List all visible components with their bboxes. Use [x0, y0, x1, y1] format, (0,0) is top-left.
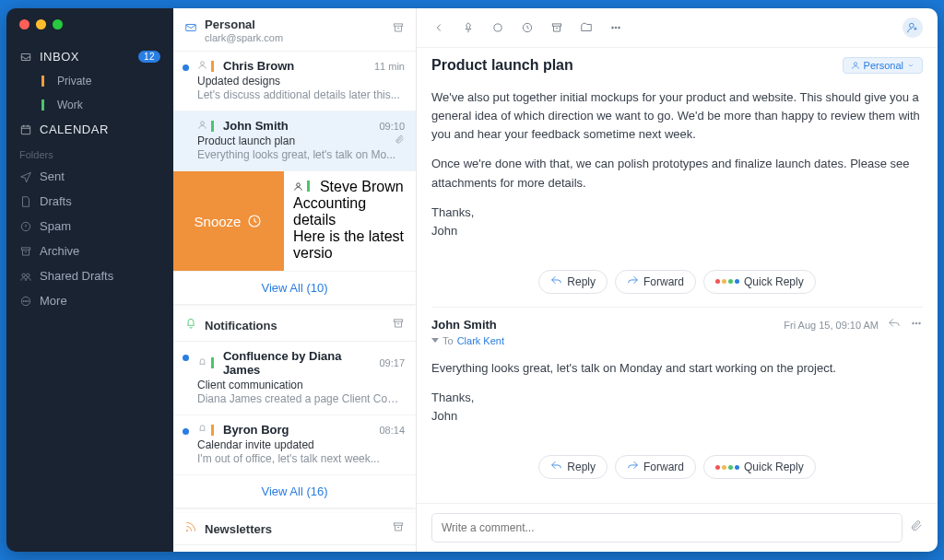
message-header: John Smith Fri Aug 15, 09:10 AM: [431, 307, 923, 335]
message-preview: Diana James created a page Client Com...: [197, 392, 405, 405]
comment-input[interactable]: [431, 513, 903, 542]
message-sender: Steve Brown: [320, 179, 404, 194]
archive-section-button[interactable]: [392, 21, 405, 38]
folders-label: Folders: [6, 142, 173, 164]
message-sender: Chris Brown: [223, 59, 294, 73]
orange-bar-icon: [211, 61, 214, 72]
sent-icon: [19, 170, 32, 183]
svg-point-16: [186, 531, 187, 531]
window-controls: [6, 19, 173, 44]
minimize-button[interactable]: [36, 19, 46, 29]
comment-bar: [417, 503, 938, 552]
view-all-notifications[interactable]: View All (16): [173, 475, 416, 508]
quick-reply-button[interactable]: Quick Reply: [703, 455, 816, 479]
message-item[interactable]: Confluence by Diana James09:17 Client co…: [173, 342, 416, 415]
message-item-selected[interactable]: John Smith 09:10 Product launch plan Eve…: [173, 111, 416, 171]
archive-section-button[interactable]: [392, 520, 405, 537]
section-header-newsletters[interactable]: Newsletters: [173, 513, 416, 545]
quick-reply-button[interactable]: Quick Reply: [703, 270, 816, 294]
body-signature: John: [431, 409, 457, 423]
close-button[interactable]: [19, 19, 30, 29]
message-preview: Here is the latest versio: [293, 228, 408, 262]
sidebar-item-shared-drafts[interactable]: Shared Drafts: [6, 263, 173, 288]
pin-button[interactable]: [461, 20, 476, 35]
subject-bar: Product launch plan Personal: [417, 48, 938, 83]
sidebar-item-work[interactable]: Work: [6, 93, 173, 117]
snooze-button[interactable]: Snooze: [173, 171, 284, 271]
snooze-button[interactable]: [520, 20, 535, 35]
drafts-icon: [19, 195, 32, 208]
forward-button[interactable]: Forward: [615, 270, 696, 294]
svg-point-26: [913, 322, 914, 324]
section-subtitle: clark@spark.com: [205, 32, 283, 43]
add-participant-button[interactable]: [903, 18, 923, 38]
svg-point-23: [619, 27, 620, 29]
person-icon: [197, 120, 207, 132]
svg-point-28: [919, 322, 921, 324]
reply-icon-button[interactable]: [888, 317, 901, 333]
sidebar-item-more[interactable]: More: [6, 288, 173, 313]
body-text: Thanks,: [431, 391, 474, 404]
sidebar-item-sent[interactable]: Sent: [6, 164, 173, 189]
orange-bar-icon: [41, 76, 44, 87]
message-item-snooze: Snooze Steve Brown Accounting details He…: [173, 171, 416, 272]
sidebar-item-archive[interactable]: Archive: [6, 239, 173, 263]
view-all-personal[interactable]: View All (10): [173, 272, 416, 304]
sidebar-item-inbox[interactable]: INBOX 12: [6, 44, 173, 69]
sidebar-item-spam[interactable]: Spam: [6, 214, 173, 239]
message-item[interactable]: Chris Brown 11 min Updated designs Let's…: [173, 52, 416, 111]
archive-button[interactable]: [549, 20, 564, 35]
message-item[interactable]: Byron Borg08:14 Calendar invite updated …: [173, 415, 416, 475]
thread-subject: Product launch plan: [431, 57, 573, 74]
body-signature: John: [431, 224, 457, 238]
body-text: Once we're done with that, we can polish…: [431, 155, 923, 192]
inbox-label: INBOX: [40, 50, 79, 64]
svg-point-12: [201, 122, 205, 125]
mark-read-button[interactable]: [490, 20, 505, 35]
attach-button[interactable]: [910, 519, 923, 536]
message-time: 09:10: [379, 121, 405, 132]
email-body: Everything looks great, let's talk on Mo…: [431, 354, 923, 448]
section-personal: Personal clark@spark.com Chris Brown 11 …: [173, 8, 416, 304]
svg-point-4: [27, 274, 30, 277]
archive-section-button[interactable]: [392, 317, 405, 333]
forward-icon: [627, 274, 639, 289]
svg-rect-0: [21, 125, 30, 134]
to-recipient: Clark Kent: [457, 335, 504, 346]
account-chip[interactable]: Personal: [843, 57, 923, 74]
svg-rect-2: [21, 247, 30, 249]
unread-dot-icon: [183, 355, 189, 361]
message-subject: Client communication: [197, 379, 405, 391]
back-button[interactable]: [431, 20, 446, 35]
attachment-icon: [395, 134, 405, 147]
message-item[interactable]: Google Apps for Business08:14 Updated Te…: [173, 545, 416, 552]
forward-button[interactable]: Forward: [615, 455, 696, 479]
svg-point-22: [615, 27, 617, 29]
snooze-label: Snooze: [195, 214, 242, 229]
move-button[interactable]: [579, 20, 594, 35]
svg-rect-10: [394, 24, 402, 26]
sidebar-item-drafts[interactable]: Drafts: [6, 189, 173, 214]
reply-button[interactable]: Reply: [538, 270, 608, 294]
reply-button[interactable]: Reply: [538, 455, 608, 479]
to-line[interactable]: To Clark Kent: [431, 335, 923, 354]
svg-point-27: [915, 322, 917, 324]
email-body: We've also put together initial mockups …: [431, 83, 923, 262]
section-header-personal[interactable]: Personal clark@spark.com: [173, 8, 416, 52]
reading-pane: Product launch plan Personal We've also …: [417, 8, 938, 552]
sidebar-item-private[interactable]: Private: [6, 69, 173, 93]
more-icon-button[interactable]: [910, 317, 923, 333]
sidebar-item-calendar[interactable]: CALENDAR: [6, 117, 173, 142]
calendar-icon: [19, 123, 32, 136]
message-item[interactable]: Steve Brown Accounting details Here is t…: [284, 171, 416, 271]
more-button[interactable]: [608, 20, 623, 35]
message-subject: Accounting details: [293, 195, 408, 228]
message-time: 09:17: [379, 357, 405, 368]
section-header-notifications[interactable]: Notifications: [173, 309, 416, 342]
thread-view: We've also put together initial mockups …: [417, 83, 938, 503]
rss-icon: [184, 520, 197, 537]
message-sender: Byron Borg: [223, 423, 289, 437]
maximize-button[interactable]: [53, 19, 63, 29]
svg-point-8: [28, 300, 29, 301]
toolbar: [417, 8, 938, 48]
